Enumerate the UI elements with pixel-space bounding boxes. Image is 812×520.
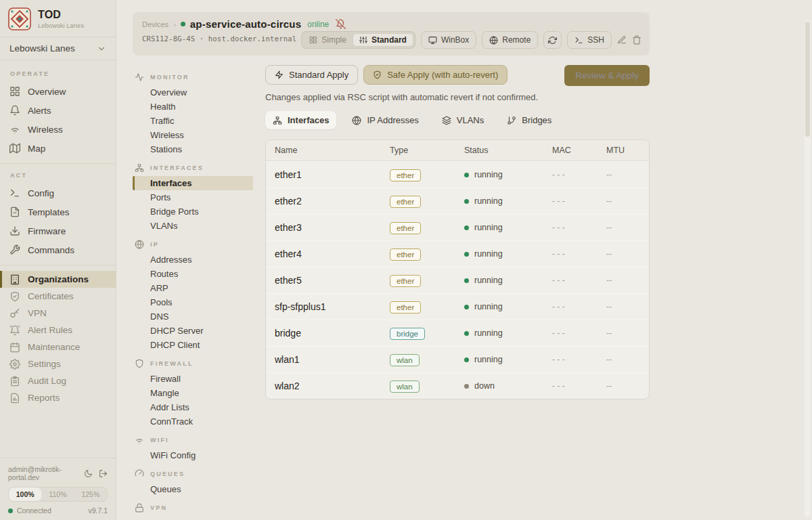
sidebar-item-config[interactable]: Config — [0, 183, 116, 202]
standard-apply-button[interactable]: Standard Apply — [265, 65, 358, 85]
delete-device-button[interactable] — [632, 35, 641, 45]
device-nav-item-arp[interactable]: ARP — [133, 281, 253, 295]
scrollbar[interactable] — [805, 20, 811, 517]
sidebar-item-overview[interactable]: Overview — [0, 82, 116, 101]
device-nav-section-wifi: WIFI — [133, 432, 265, 448]
view-standard-button[interactable]: Standard — [353, 33, 413, 47]
scrollbar-thumb[interactable] — [805, 22, 810, 137]
tab-interfaces[interactable]: Interfaces — [265, 111, 336, 129]
user-email: admin@mikrotik-portal.dev — [8, 465, 84, 481]
device-nav-section-interfaces: INTERFACES — [133, 160, 265, 176]
device-nav-item-queues[interactable]: Queues — [133, 482, 253, 496]
col-mac: MAC — [552, 146, 606, 155]
tab-bridges[interactable]: Bridges — [499, 111, 559, 129]
tab-vlans[interactable]: VLANs — [434, 111, 491, 129]
safe-apply-button[interactable]: Safe Apply (with auto-revert) — [363, 65, 508, 85]
sidebar-item-commands[interactable]: Commands — [0, 240, 116, 259]
sidebar-item-label: Organizations — [28, 274, 89, 284]
status-cell: running — [464, 302, 552, 311]
zoom-100-button[interactable]: 100% — [9, 488, 41, 501]
notifications-off-icon[interactable] — [336, 19, 346, 29]
sidebar-item-maintenance[interactable]: Maintenance — [0, 339, 116, 355]
table-row[interactable]: ether2 ether running - - - -- — [266, 188, 649, 214]
view-simple-button[interactable]: Simple — [303, 33, 353, 47]
sidebar-item-reports[interactable]: Reports — [0, 389, 116, 406]
sidebar-item-label: Alert Rules — [28, 325, 72, 335]
device-nav-item-ppp[interactable]: PPP — [133, 516, 253, 520]
org-selector[interactable]: Lebowski Lanes — [0, 37, 116, 60]
device-nav-item-addr-lists[interactable]: Addr Lists — [133, 400, 253, 414]
status-dot — [464, 331, 469, 336]
sidebar-item-wireless[interactable]: Wireless — [0, 120, 116, 139]
moon-icon[interactable] — [84, 469, 93, 478]
table-row[interactable]: wlan1 wlan running - - - -- — [266, 346, 649, 372]
zoom-125-button[interactable]: 125% — [74, 488, 107, 501]
table-row[interactable]: bridge bridge running - - - -- — [266, 320, 649, 346]
device-nav-item-dhcp-server[interactable]: DHCP Server — [133, 324, 253, 338]
tab-ip-addresses[interactable]: IP Addresses — [344, 111, 426, 129]
sidebar-item-organizations[interactable]: Organizations — [0, 271, 116, 288]
table-row[interactable]: sfp-sfpplus1 ether running - - - -- — [266, 293, 649, 320]
table-header-row: Name Type Status MAC MTU — [266, 140, 649, 161]
logout-icon[interactable] — [99, 469, 108, 478]
device-nav-item-mangle[interactable]: Mangle — [133, 386, 253, 400]
winbox-button[interactable]: WinBox — [421, 31, 476, 49]
device-nav-item-dhcp-client[interactable]: DHCP Client — [133, 338, 253, 352]
device-nav-item-wireless[interactable]: Wireless — [133, 128, 253, 142]
status-dot — [464, 278, 469, 283]
device-nav-item-interfaces[interactable]: Interfaces — [133, 176, 253, 190]
device-nav-item-dns[interactable]: DNS — [133, 309, 253, 324]
content-area: Devices › ap-service-auto-circus online … — [116, 0, 812, 520]
edit-device-button[interactable] — [617, 35, 627, 45]
device-nav-item-addresses[interactable]: Addresses — [133, 253, 253, 267]
sidebar-item-label: Map — [28, 144, 45, 154]
file-code-icon — [9, 207, 20, 217]
type-badge: wlan — [390, 354, 420, 366]
view-mode-segment: Simple Standard — [301, 31, 415, 49]
device-nav-item-stations[interactable]: Stations — [133, 142, 253, 156]
online-badge: online — [307, 20, 329, 29]
status-dot — [464, 252, 469, 257]
sidebar-item-audit-log[interactable]: Audit Log — [0, 372, 116, 389]
ssh-button[interactable]: SSH — [567, 31, 612, 49]
remote-button[interactable]: Remote — [482, 31, 538, 49]
table-row[interactable]: ether3 ether running - - - -- — [266, 214, 649, 240]
refresh-button[interactable] — [543, 31, 562, 49]
device-nav-item-wifi-config[interactable]: WiFi Config — [133, 448, 253, 462]
device-nav-item-vlans[interactable]: VLANs — [133, 219, 253, 233]
grid-small-icon — [309, 36, 317, 44]
table-row[interactable]: ether4 ether running - - - -- — [266, 240, 649, 267]
breadcrumb-devices-link[interactable]: Devices — [142, 20, 168, 28]
table-row[interactable]: ether5 ether running - - - -- — [266, 267, 649, 293]
device-nav-item-health[interactable]: Health — [133, 100, 253, 114]
clipboard-icon — [9, 376, 20, 387]
zoom-110-button[interactable]: 110% — [41, 488, 74, 501]
apply-bar: Standard Apply Safe Apply (with auto-rev… — [265, 65, 650, 86]
calendar-icon — [9, 342, 20, 353]
device-nav-item-pools[interactable]: Pools — [133, 295, 253, 309]
status-dot — [464, 173, 469, 177]
sidebar-item-alerts[interactable]: Alerts — [0, 101, 116, 120]
ui-zoom-segment: 100% 110% 125% — [8, 487, 108, 502]
table-row[interactable]: ether1 ether running - - - -- — [266, 161, 649, 188]
sidebar-item-alert-rules[interactable]: Alert Rules — [0, 322, 116, 339]
device-nav-item-overview[interactable]: Overview — [133, 85, 253, 100]
review-apply-button[interactable]: Review & Apply — [564, 65, 650, 86]
sidebar-item-firmware[interactable]: Firmware — [0, 221, 116, 240]
device-nav-item-bridge-ports[interactable]: Bridge Ports — [133, 204, 253, 219]
nav-section-operate: OPERATE — [0, 68, 116, 82]
apply-note: Changes applied via RSC script with auto… — [265, 92, 650, 102]
device-nav-item-ports[interactable]: Ports — [133, 190, 253, 204]
device-nav-item-firewall[interactable]: Firewall — [133, 372, 253, 386]
table-row[interactable]: wlan2 wlan down - - - -- — [266, 372, 649, 399]
device-nav-item-conntrack[interactable]: ConnTrack — [133, 414, 253, 429]
sidebar-item-settings[interactable]: Settings — [0, 355, 116, 372]
device-nav-item-traffic[interactable]: Traffic — [133, 114, 253, 128]
sidebar-item-templates[interactable]: Templates — [0, 202, 116, 221]
sidebar-item-map[interactable]: Map — [0, 139, 116, 158]
device-nav-item-routes[interactable]: Routes — [133, 267, 253, 281]
sidebar-item-vpn[interactable]: VPN — [0, 305, 116, 322]
sidebar-item-certificates[interactable]: Certificates — [0, 288, 116, 305]
bell-icon — [9, 105, 20, 116]
map-icon — [9, 143, 20, 154]
